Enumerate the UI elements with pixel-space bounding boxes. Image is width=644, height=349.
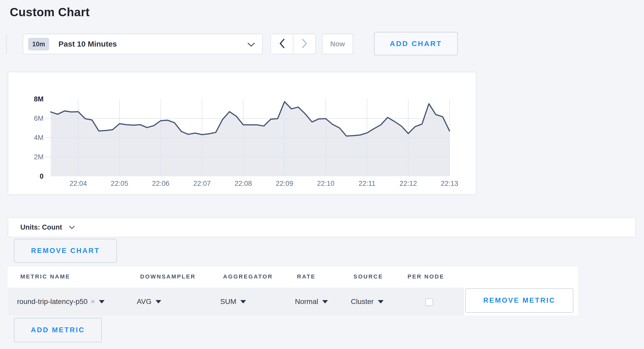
time-nav-group: [270, 34, 316, 54]
column-header-per-node: PER NODE: [408, 273, 444, 280]
clear-metric-icon[interactable]: ×: [91, 298, 95, 306]
dropdown-caret-icon: [322, 300, 328, 303]
x-axis-tick-label: 22:11: [359, 180, 376, 187]
time-range-dropdown[interactable]: 10m Past 10 Minutes: [23, 34, 263, 54]
x-axis-tick-label: 22:08: [235, 180, 252, 187]
chevron-down-icon: [69, 225, 75, 230]
column-header-downsampler: DOWNSAMPLER: [140, 273, 196, 280]
units-bar: Units: Count: [8, 217, 636, 237]
toolbar-left-divider: [6, 34, 7, 54]
x-axis-tick-label: 22:06: [152, 180, 170, 187]
prev-time-button[interactable]: [271, 34, 293, 54]
chevron-down-icon: [247, 42, 255, 48]
x-axis-tick-label: 22:10: [317, 180, 335, 187]
y-axis-tick-label: 8M: [34, 95, 44, 103]
x-axis-tick-label: 22:13: [441, 180, 458, 187]
page-title: Custom Chart: [10, 5, 90, 19]
y-axis-tick-label: 0: [40, 172, 44, 180]
dropdown-caret-icon: [99, 300, 105, 303]
timeseries-area-chart[interactable]: 02M4M6M8M22:0422:0522:0622:0722:0822:092…: [8, 72, 476, 194]
custom-chart-panel: 02M4M6M8M22:0422:0522:0622:0722:0822:092…: [8, 72, 476, 195]
rate-value: Normal: [295, 298, 318, 306]
column-header-source: SOURCE: [353, 273, 383, 280]
source-value: Cluster: [351, 298, 374, 306]
x-axis-tick-label: 22:09: [276, 180, 293, 187]
metrics-table: METRIC NAME DOWNSAMPLER AGGREGATOR RATE …: [8, 267, 578, 316]
rate-dropdown[interactable]: Normal: [295, 288, 328, 316]
dropdown-caret-icon: [378, 300, 384, 303]
remove-chart-button[interactable]: REMOVE CHART: [14, 239, 117, 263]
y-axis-tick-label: 4M: [34, 134, 44, 142]
dropdown-caret-icon: [156, 300, 161, 303]
column-header-metric-name: METRIC NAME: [20, 273, 70, 280]
column-header-rate: RATE: [297, 273, 316, 280]
time-range-label: Past 10 Minutes: [58, 40, 117, 48]
remove-metric-button[interactable]: REMOVE METRIC: [465, 288, 573, 313]
source-dropdown[interactable]: Cluster: [351, 288, 384, 316]
chevron-right-icon: [301, 38, 308, 50]
downsampler-dropdown[interactable]: AVG: [137, 288, 161, 316]
per-node-checkbox[interactable]: [425, 298, 433, 306]
add-chart-button[interactable]: ADD CHART: [374, 32, 458, 55]
now-button[interactable]: Now: [322, 34, 353, 54]
aggregator-dropdown[interactable]: SUM: [220, 288, 246, 316]
metric-name-dropdown[interactable]: round-trip-latency-p50 ×: [17, 288, 105, 316]
y-axis-tick-label: 2M: [34, 153, 44, 161]
y-axis-tick-label: 6M: [34, 115, 44, 122]
time-range-badge: 10m: [28, 38, 49, 50]
x-axis-tick-label: 22:05: [111, 180, 128, 187]
x-axis-tick-label: 22:12: [400, 180, 417, 187]
x-axis-tick-label: 22:04: [70, 180, 87, 187]
downsampler-value: AVG: [137, 298, 151, 306]
next-time-button[interactable]: [293, 34, 315, 54]
column-header-aggregator: AGGREGATOR: [223, 273, 273, 280]
metric-name-value: round-trip-latency-p50: [17, 298, 88, 306]
dropdown-caret-icon: [240, 300, 246, 303]
aggregator-value: SUM: [220, 298, 236, 306]
chevron-left-icon: [279, 38, 285, 50]
units-dropdown[interactable]: Units: Count: [20, 223, 62, 231]
x-axis-tick-label: 22:07: [193, 180, 211, 187]
series-area: [51, 102, 450, 176]
add-metric-button[interactable]: ADD METRIC: [14, 318, 102, 342]
